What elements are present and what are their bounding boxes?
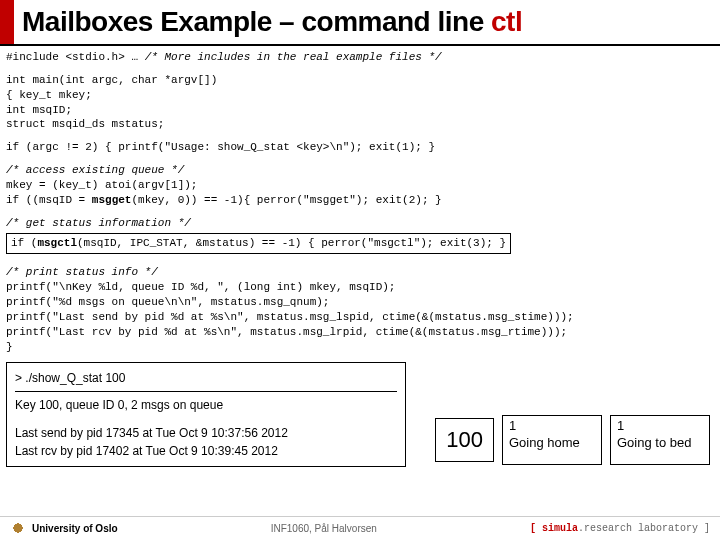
code-comment: /* More includes in the real example fil… — [145, 51, 442, 63]
title-bar: Mailboxes Example – command line ctl — [0, 0, 720, 46]
code-comment: /* print status info */ — [6, 265, 714, 280]
terminal-output: > ./show_Q_stat 100 Key 100, queue ID 0,… — [6, 362, 406, 467]
code-line: printf("Last send by pid %d at %s\n", ms… — [6, 310, 714, 325]
output-line: Key 100, queue ID 0, 2 msgs on queue — [15, 396, 397, 414]
code-line: { key_t mkey; — [6, 88, 714, 103]
fn-msgget: msgget — [92, 194, 132, 206]
code-line: (msqID, IPC_STAT, &mstatus) == -1) { per… — [77, 237, 506, 249]
queue-key-box: 100 — [435, 418, 494, 462]
code-line: printf("\nKey %ld, queue ID %d, ", (long… — [6, 280, 714, 295]
msg-priority: 1 — [509, 418, 595, 435]
queue-diagram: 100 1 Going home 1 Going to bed — [435, 415, 710, 465]
university-crest-icon — [10, 520, 26, 536]
code-line: printf("%d msgs on queue\n\n", mstatus.m… — [6, 295, 714, 310]
msg-priority: 1 — [617, 418, 703, 435]
code-comment: /* access existing queue */ — [6, 163, 714, 178]
queue-message-2: 1 Going to bed — [610, 415, 710, 465]
terminal-command: > ./show_Q_stat 100 — [15, 369, 397, 392]
queue-message-1: 1 Going home — [502, 415, 602, 465]
fn-msgctl: msgctl — [37, 237, 77, 249]
output-line: Last send by pid 17345 at Tue Oct 9 10:3… — [15, 424, 397, 442]
output-line: Last rcv by pid 17402 at Tue Oct 9 10:39… — [15, 442, 397, 460]
highlighted-code: if (msgctl(msqID, IPC_STAT, &mstatus) ==… — [6, 233, 511, 254]
lab-label: .research laboratory ] — [578, 523, 710, 534]
code-line: mkey = (key_t) atoi(argv[1]); — [6, 178, 714, 193]
code-line: #include <stdio.h> … — [6, 51, 145, 63]
code-line: if ((msqID = — [6, 194, 92, 206]
simula-label: [ simula — [530, 523, 578, 534]
title-accent-word: ctl — [491, 6, 522, 37]
footer-left: University of Oslo — [10, 520, 118, 536]
code-line: } — [6, 340, 714, 355]
msg-text: Going home — [509, 435, 595, 452]
slide-title: Mailboxes Example – command line ctl — [22, 6, 522, 38]
code-line: int msqID; — [6, 103, 714, 118]
code-listing: #include <stdio.h> … /* More includes in… — [0, 46, 720, 354]
title-main: Mailboxes Example – command line — [22, 6, 491, 37]
title-accent — [0, 0, 14, 44]
code-line: if ( — [11, 237, 37, 249]
code-line: int main(int argc, char *argv[]) — [6, 73, 714, 88]
code-line: printf("Last rcv by pid %d at %s\n", mst… — [6, 325, 714, 340]
university-name: University of Oslo — [32, 523, 118, 534]
slide-footer: University of Oslo INF1060, Pål Halvorse… — [0, 516, 720, 536]
footer-right: [ simula.research laboratory ] — [530, 523, 710, 534]
code-comment: /* get status information */ — [6, 216, 714, 231]
code-line: struct msqid_ds mstatus; — [6, 117, 714, 132]
code-line: if (argc != 2) { printf("Usage: show_Q_s… — [6, 140, 714, 155]
code-line: (mkey, 0)) == -1){ perror("msgget"); exi… — [131, 194, 441, 206]
msg-text: Going to bed — [617, 435, 703, 452]
footer-center: INF1060, Pål Halvorsen — [271, 523, 377, 534]
